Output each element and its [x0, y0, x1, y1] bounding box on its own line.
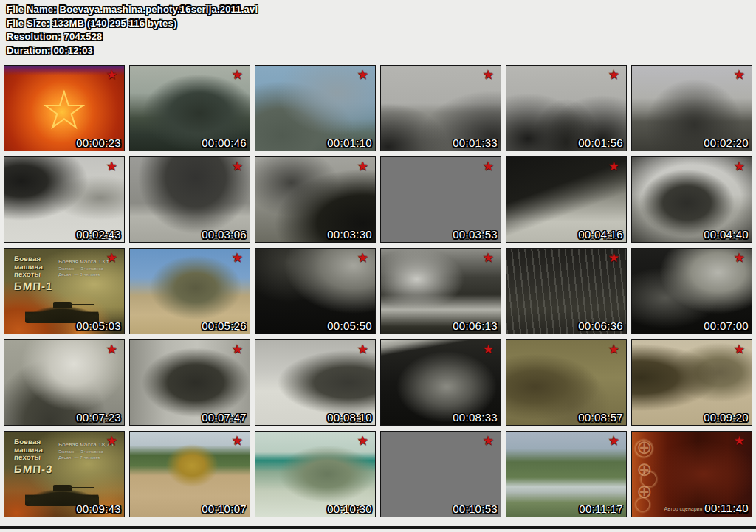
- timestamp-label: 00:02:20: [704, 137, 749, 149]
- red-star-watermark-icon: ★: [608, 435, 619, 447]
- timestamp-label: 00:08:10: [327, 411, 372, 424]
- timestamp-label: Автор сценария00:11:40: [664, 502, 749, 515]
- red-star-watermark-icon: ★: [483, 252, 494, 264]
- thumbnail-frame: ★00:03:53: [380, 156, 501, 243]
- timestamp-label: 00:01:10: [327, 137, 372, 149]
- red-star-watermark-icon: ★: [232, 343, 243, 356]
- title-card-heading: БоеваямашинапехотыБМП-3: [14, 438, 52, 474]
- thumbnail-frame: ★00:08:10: [255, 339, 376, 426]
- title-card-word: пехоты: [14, 454, 53, 462]
- file-size-line: File Size: 133MB (140 295 116 bytes): [7, 17, 258, 31]
- thumbnail-frame: ★00:10:07: [129, 431, 250, 517]
- file-name-label: File Name:: [7, 4, 57, 15]
- thumbnail-frame: ★00:02:43: [4, 156, 125, 243]
- resolution-value: 704x528: [64, 31, 103, 42]
- title-card-spec-line: Десант — 7 человек: [58, 455, 114, 461]
- timestamp-label: 00:00:23: [76, 137, 121, 149]
- thumbnail-frame: ★00:08:57: [506, 339, 627, 426]
- timestamp-label: 00:06:36: [578, 319, 623, 332]
- red-star-watermark-icon: ★: [608, 160, 619, 173]
- timestamp-label: 00:01:33: [453, 137, 498, 149]
- red-star-watermark-icon: ★: [106, 252, 117, 264]
- duration-value: 00:12:03: [53, 45, 93, 56]
- timestamp-label: 00:09:43: [76, 502, 121, 515]
- thumbnail-frame: ★00:00:46: [129, 65, 250, 151]
- red-star-watermark-icon: ★: [734, 343, 745, 356]
- title-card-word: пехоты: [14, 271, 53, 279]
- resolution-label: Resolution:: [7, 31, 61, 42]
- timestamp-label: 00:07:23: [76, 411, 121, 424]
- timestamp-label: 00:00:46: [202, 137, 247, 149]
- duration-label: Duration:: [7, 45, 51, 56]
- timestamp-label: 00:04:40: [704, 228, 749, 241]
- timestamp-label: 00:10:30: [327, 502, 372, 515]
- timestamp-label: 00:05:26: [202, 319, 247, 332]
- file-size-value: 133MB (140 295 116 bytes): [52, 18, 176, 29]
- file-name-value: Boevaya.mashina.pehoty.16serija.2011.avi: [60, 4, 258, 15]
- timestamp-label: 00:04:16: [578, 228, 623, 241]
- timestamp-label: 00:07:00: [704, 319, 749, 332]
- red-star-watermark-icon: ★: [106, 435, 117, 447]
- timestamp-label: 00:05:03: [76, 319, 121, 332]
- red-star-watermark-icon: ★: [232, 160, 243, 173]
- duration-line: Duration: 00:12:03: [7, 44, 258, 58]
- thumbnail-frame: ★00:07:23: [4, 339, 125, 426]
- timestamp-label: 00:07:47: [202, 411, 247, 424]
- soviet-star-graphic: ☆: [40, 78, 89, 142]
- red-star-watermark-icon: ★: [608, 343, 619, 356]
- red-star-watermark-icon: ★: [734, 435, 745, 447]
- timestamp-label: 00:11:17: [579, 502, 623, 515]
- thumbnail-frame: ★00:05:26: [129, 248, 250, 334]
- red-star-watermark-icon: ★: [734, 160, 745, 173]
- title-card-model: БМП-1: [13, 280, 52, 291]
- timestamp-label: 00:08:57: [578, 411, 623, 424]
- red-star-watermark-icon: ★: [734, 69, 745, 81]
- file-name-line: File Name: Boevaya.mashina.pehoty.16seri…: [7, 3, 258, 17]
- title-card-spec-line: Экипаж — 3 человека: [58, 449, 114, 455]
- thumbnail-frame: ★00:08:33: [380, 339, 501, 426]
- title-card-spec-line: Боевая масса 13 т: [58, 258, 109, 265]
- red-star-watermark-icon: ★: [106, 69, 117, 81]
- resolution-line: Resolution: 704x528: [7, 30, 258, 44]
- timestamp-label: 00:02:43: [76, 228, 121, 241]
- title-card-spec-line: Десант — 8 человек: [58, 272, 109, 278]
- red-star-watermark-icon: ★: [608, 69, 619, 81]
- timestamp-label: 00:03:06: [202, 228, 247, 241]
- title-card-specs: Боевая масса 13 тЭкипаж — 3 человекаДеса…: [58, 258, 109, 277]
- timestamp-label: 00:08:33: [453, 411, 498, 424]
- thumbnail-frame: ★00:01:56: [506, 65, 627, 151]
- credits-note-label: Автор сценария: [664, 506, 703, 511]
- thumbnail-frame: ★00:06:13: [380, 248, 501, 334]
- thumbnail-frame: ★00:02:20: [631, 65, 752, 151]
- red-star-watermark-icon: ★: [106, 160, 117, 173]
- timestamp-label: 00:06:13: [453, 319, 498, 332]
- title-card-model: БМП-3: [13, 463, 52, 474]
- thumbnail-grid: ☆★00:00:23★00:00:46★00:01:10★00:01:33★00…: [4, 65, 752, 517]
- file-size-label: File Size:: [7, 18, 49, 29]
- thumbnail-frame: ☆★00:00:23: [4, 65, 125, 151]
- red-star-watermark-icon: ★: [483, 343, 494, 356]
- red-star-watermark-icon: ★: [106, 343, 117, 356]
- title-card-spec-line: Экипаж — 3 человека: [58, 266, 109, 272]
- red-star-watermark-icon: ★: [357, 160, 368, 173]
- thumbnail-frame: ★00:04:40: [631, 156, 752, 243]
- thumbnail-frame: ★00:07:47: [129, 339, 250, 426]
- thumbnail-frame: ★00:06:36: [506, 248, 627, 334]
- thumbnail-frame: БоеваямашинапехотыБМП-1Боевая масса 13 т…: [4, 248, 125, 334]
- title-card-heading: БоеваямашинапехотыБМП-1: [14, 255, 52, 291]
- thumbnail-frame: ★00:03:30: [255, 156, 376, 243]
- red-star-watermark-icon: ★: [357, 69, 368, 81]
- red-star-watermark-icon: ★: [232, 69, 243, 81]
- thumbnail-frame: ★00:10:30: [255, 431, 376, 517]
- red-star-watermark-icon: ★: [357, 343, 368, 356]
- thumbnail-frame: ★00:09:20: [631, 339, 752, 426]
- bottom-divider: [0, 526, 756, 529]
- thumbnail-frame: ★00:11:17: [506, 431, 627, 517]
- thumbnail-frame: ★00:05:50: [255, 248, 376, 334]
- timestamp-label: 00:09:20: [704, 411, 749, 424]
- timestamp-label: 00:05:50: [327, 319, 372, 332]
- timestamp-label: 00:03:53: [453, 228, 498, 241]
- red-star-watermark-icon: ★: [357, 252, 368, 264]
- timestamp-label: 00:10:07: [202, 502, 247, 515]
- wheel-motif-graphic: ⊕ ⊕ ⊕: [632, 432, 662, 517]
